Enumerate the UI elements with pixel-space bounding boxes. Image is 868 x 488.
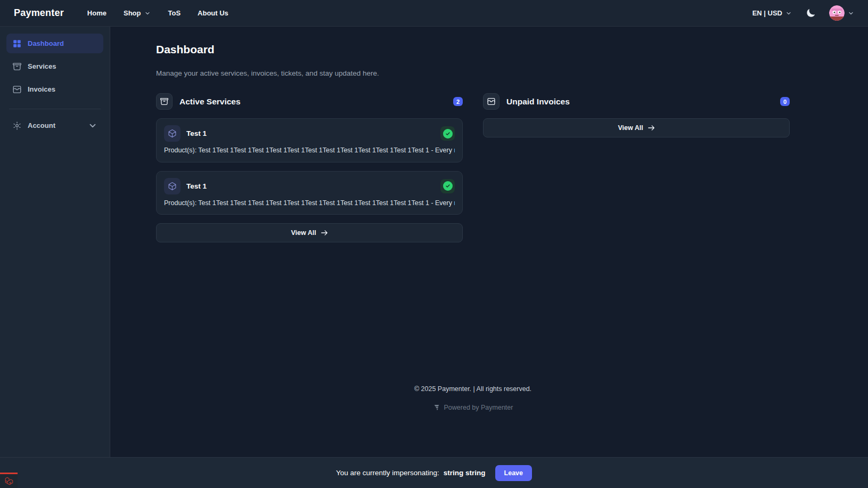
service-description: Product(s): Test 1Test 1Test 1Test 1Test… [164, 199, 455, 208]
main-content: Dashboard Manage your active services, i… [110, 27, 868, 385]
service-name: Test 1 [186, 129, 207, 137]
wallet-icon [12, 85, 22, 94]
unpaid-invoices-count-badge: 0 [780, 97, 790, 106]
check-circle-icon [443, 181, 453, 191]
brand-logo[interactable]: Paymenter [14, 7, 64, 19]
impersonation-banner: You are currently impersonating: string … [0, 457, 868, 488]
cube-icon [164, 125, 181, 142]
page-title: Dashboard [156, 43, 868, 56]
section-title: Active Services [179, 97, 241, 107]
arrow-right-icon [321, 229, 328, 237]
copyright-text: © 2025 Paymenter. | All rights reserved. [156, 385, 790, 393]
avatar [829, 5, 845, 21]
sidebar-item-account[interactable]: Account [6, 116, 103, 135]
sidebar: Dashboard Services Invoices Account [0, 27, 110, 457]
active-services-header: Active Services 2 [156, 93, 463, 110]
unpaid-invoices-header: Unpaid Invoices 0 [483, 93, 790, 110]
sidebar-divider [9, 109, 101, 109]
unpaid-invoices-section: Unpaid Invoices 0 View All [483, 93, 790, 242]
impersonation-message: You are currently impersonating: [336, 469, 439, 477]
laravel-icon [4, 476, 14, 486]
chevron-down-icon [785, 10, 792, 17]
nav-link-about[interactable]: About Us [198, 9, 228, 17]
leave-impersonation-button[interactable]: Leave [495, 465, 532, 481]
service-name: Test 1 [186, 182, 207, 190]
section-title: Unpaid Invoices [506, 97, 570, 107]
nav-link-tos[interactable]: ToS [168, 9, 181, 17]
nav-link-shop[interactable]: Shop [124, 9, 151, 17]
dashboard-columns: Active Services 2 Test 1 [156, 93, 790, 242]
wallet-icon [483, 93, 499, 110]
cube-icon [164, 178, 181, 194]
navbar-right: EN | USD [752, 5, 854, 21]
grid-icon [12, 39, 22, 48]
sidebar-item-invoices[interactable]: Invoices [6, 79, 103, 99]
nav-link-home[interactable]: Home [87, 9, 107, 17]
service-description: Product(s): Test 1Test 1Test 1Test 1Test… [164, 147, 455, 155]
gear-icon [12, 121, 22, 131]
chevron-down-icon [848, 10, 854, 17]
body-shell: Dashboard Services Invoices Account Dash… [0, 27, 868, 457]
footer: © 2025 Paymenter. | All rights reserved.… [156, 385, 790, 457]
page-subtitle: Manage your active services, invoices, t… [156, 69, 868, 77]
active-services-section: Active Services 2 Test 1 [156, 93, 463, 242]
status-badge [440, 126, 455, 141]
app-window: Paymenter Home Shop ToS About Us EN | US… [0, 0, 868, 488]
chevron-down-icon [144, 10, 151, 17]
nav-links: Home Shop ToS About Us [87, 9, 228, 17]
archive-box-icon [156, 93, 173, 110]
debugbar-toggle[interactable] [0, 473, 18, 488]
dark-mode-toggle[interactable] [804, 6, 817, 20]
service-card[interactable]: Test 1 Product(s): Test 1Test 1Test 1Tes… [156, 171, 463, 215]
check-circle-icon [443, 129, 453, 139]
sidebar-item-dashboard[interactable]: Dashboard [6, 34, 103, 53]
active-services-count-badge: 2 [453, 97, 463, 106]
powered-by-link[interactable]: Powered by Paymenter [156, 404, 790, 411]
service-card[interactable]: Test 1 Product(s): Test 1Test 1Test 1Tes… [156, 118, 463, 162]
view-all-services-button[interactable]: View All [156, 223, 463, 242]
paymenter-logo-icon [433, 404, 440, 411]
archive-box-icon [12, 62, 22, 71]
status-badge [440, 179, 455, 193]
locale-currency-switcher[interactable]: EN | USD [752, 9, 792, 17]
moon-icon [806, 8, 816, 18]
main-area: Dashboard Manage your active services, i… [110, 27, 868, 457]
top-navbar: Paymenter Home Shop ToS About Us EN | US… [0, 0, 868, 27]
sidebar-item-services[interactable]: Services [6, 56, 103, 76]
chevron-down-icon [88, 121, 97, 131]
arrow-right-icon [648, 124, 655, 132]
view-all-invoices-button[interactable]: View All [483, 118, 790, 137]
user-menu[interactable] [829, 5, 854, 21]
impersonated-user: string string [444, 469, 486, 477]
